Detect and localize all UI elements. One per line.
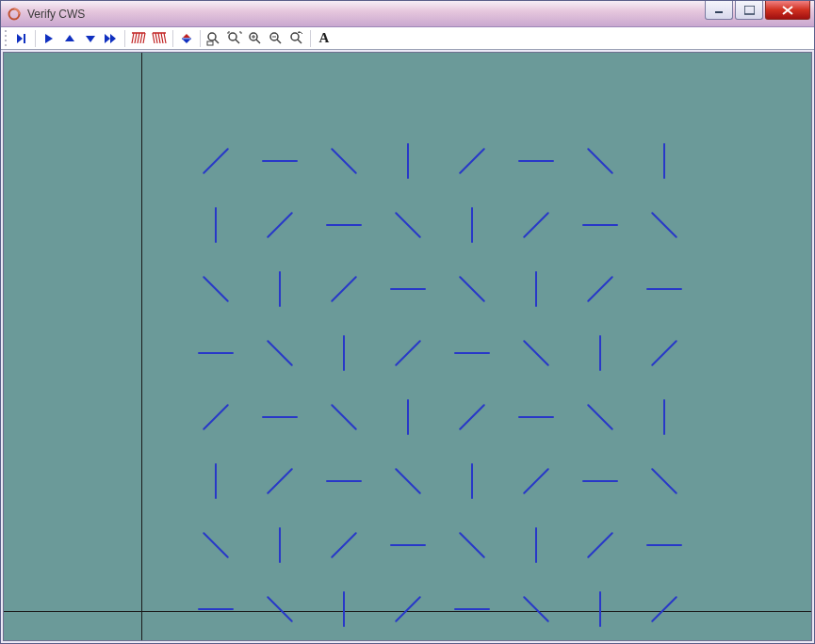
toolpath-segment [268,213,291,236]
titlebar[interactable]: Verify CWS [1,1,814,27]
toolpath-segment [332,405,355,428]
toolpath-segment [204,149,227,172]
curtain-left-icon [131,31,146,46]
close-button[interactable] [765,1,810,20]
toolpath-segment [652,213,676,236]
toolpath-segment [652,341,676,364]
toolpath-segment [588,277,611,300]
toolpath-segment [396,469,419,492]
toolpath-segment [524,341,547,364]
svg-point-10 [291,33,299,40]
canvas-area[interactable] [3,52,812,641]
nav-down-icon [84,32,97,45]
svg-rect-2 [744,6,755,14]
step-end-button[interactable] [12,29,31,48]
zoom-out-button[interactable] [267,29,285,48]
toolbar-separator [124,30,125,47]
toolpath-segment [652,469,676,492]
step-end-icon [15,32,28,45]
toolpath-segment [460,149,483,172]
minimize-button[interactable] [705,1,733,20]
toolpath-segment [460,405,483,428]
svg-rect-1 [715,11,723,13]
toolpath-segment [524,469,547,492]
toolbar-separator [310,30,311,47]
text-tool-icon: A [319,30,330,46]
toolpath-segment [460,277,483,300]
toolpath-segment [268,597,291,620]
toolpath-segment [588,405,611,428]
window-buttons [705,1,814,20]
toolpath-segment [332,277,355,300]
toolpath-segment [396,213,419,236]
curtain-right-button[interactable] [150,29,169,48]
toolpath-segment [396,597,419,620]
svg-point-7 [229,33,236,40]
svg-rect-6 [207,41,213,45]
toolbar-separator [172,30,173,47]
toolpath-segment [460,533,483,556]
toolpath-segment [268,469,291,492]
zoom-window-button[interactable] [204,29,223,48]
minimize-icon [714,6,724,15]
nav-down-button[interactable] [81,29,100,48]
zoom-previous-button[interactable] [287,29,306,48]
nav-up-icon [63,32,76,45]
window-title: Verify CWS [27,8,85,21]
drawing-canvas [4,53,811,640]
toolpath-segment [652,597,676,620]
toolbar-separator [35,30,36,47]
toolpath-segment [588,149,611,172]
toolpath-segment [204,533,227,556]
zoom-out-icon [269,31,284,46]
toolpath-segment [396,341,419,364]
play-button[interactable] [40,29,58,48]
toolpath-segment [588,533,611,556]
toolpath-segment [204,277,227,300]
play-icon [42,32,56,45]
app-icon [7,7,22,22]
text-tool-button[interactable]: A [315,29,334,48]
toolbar: A [1,27,814,50]
toolpath-segment [332,533,355,556]
zoom-in-icon [248,31,263,46]
curtain-right-icon [152,31,167,46]
toolpath-segment [524,213,547,236]
maximize-icon [744,6,755,15]
zoom-in-button[interactable] [246,29,265,48]
toolbar-grip[interactable] [5,30,8,47]
fast-forward-button[interactable] [102,29,121,48]
svg-rect-3 [24,34,25,43]
center-marker-icon [180,32,193,45]
zoom-previous-icon [289,31,304,46]
app-window: Verify CWS [0,0,815,644]
zoom-extents-icon [227,31,242,46]
fast-forward-icon [104,32,119,45]
zoom-window-icon [206,31,221,46]
close-icon [782,6,793,15]
zoom-extents-button[interactable] [225,29,244,48]
toolpath-segment [332,149,355,172]
svg-point-5 [208,33,216,40]
toolpath-segment [524,597,547,620]
svg-rect-4 [182,38,191,39]
curtain-left-button[interactable] [129,29,148,48]
center-marker-button[interactable] [177,29,196,48]
maximize-button[interactable] [735,1,763,20]
toolpath-segment [268,341,291,364]
toolbar-separator [200,30,201,47]
nav-up-button[interactable] [60,29,79,48]
toolpath-segment [204,405,227,428]
